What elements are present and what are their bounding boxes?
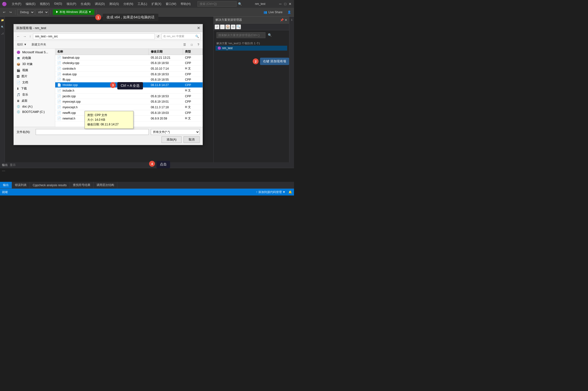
tab-find-symbol[interactable]: 查找符号结果 <box>70 182 94 189</box>
menu-extensions[interactable]: 扩展(X) <box>150 1 163 7</box>
debug-config-dropdown[interactable]: Debug <box>17 9 34 15</box>
status-text: 就绪 <box>2 190 8 194</box>
menu-tools[interactable]: 工具(L) <box>136 1 149 7</box>
toolbar-undo[interactable]: ↩ <box>1 10 7 14</box>
arch-dropdown[interactable]: x64 <box>35 9 49 15</box>
dialog-toolbar: 组织 ▼ 新建文件夹 ☰ □ ? <box>14 41 202 49</box>
search-input[interactable] <box>197 1 237 6</box>
sidebar-item-pc[interactable]: 💻 此电脑 <box>14 55 55 61</box>
sidebar-item-video[interactable]: 🎬 视频 <box>14 67 55 73</box>
sidebar-item-desktop[interactable]: 🖥 桌面 <box>14 98 55 104</box>
cpp-file-icon: 📄 <box>57 94 61 98</box>
close-panel-button[interactable]: ✕ <box>285 18 287 22</box>
toolbar-redo[interactable]: ↪ <box>8 10 13 14</box>
toolbar-sep2 <box>51 10 51 15</box>
settings-button[interactable]: ⚙ <box>231 24 236 29</box>
sidebar-item-doc-drive[interactable]: 💿 doc (A:) <box>14 104 55 109</box>
menu-window[interactable]: 窗口(W) <box>164 1 178 7</box>
help-button[interactable]: ? <box>196 43 201 47</box>
menu-help[interactable]: 帮助(H) <box>179 1 193 7</box>
tooltip-date: 修改日期: 08.11.8 14:27 <box>87 122 131 127</box>
back-button[interactable]: ← <box>220 24 225 29</box>
dialog-title: 添加现有项 - nm_test <box>16 26 46 30</box>
nav-up-button[interactable]: ↑ <box>28 34 32 39</box>
toolbar-profile[interactable]: 👤 <box>286 10 293 14</box>
search-solution-input[interactable] <box>216 32 265 38</box>
dialog-close-button[interactable]: ✕ <box>197 26 200 30</box>
menu-test[interactable]: 测试(S) <box>107 1 121 7</box>
menu-build[interactable]: 生成(B) <box>79 1 92 7</box>
menu-edit[interactable]: 编辑(E) <box>24 1 37 7</box>
h-file-icon: 📄 <box>57 89 61 92</box>
search-icon: 🔍 <box>238 2 242 6</box>
cancel-button[interactable]: 取消 <box>184 136 200 143</box>
menu-bar: 文件(F) 编辑(E) 视图(V) Git(G) 项目(P) 生成(B) 调试(… <box>10 1 193 7</box>
minimize-button[interactable]: ─ <box>278 2 282 6</box>
menu-view[interactable]: 视图(V) <box>38 1 52 7</box>
output-content: —— <box>0 168 294 173</box>
toolbar-sep1 <box>15 10 15 15</box>
close-button[interactable]: ✕ <box>288 2 292 6</box>
new-folder-button[interactable]: 新建文件夹 <box>30 42 48 47</box>
annotation-bubble-1: 改成 x64，如果是64位电脑的话 <box>103 14 158 21</box>
table-row[interactable]: 📄controlw.h 05.10.10 7:14 H 文 <box>55 66 202 72</box>
add-button[interactable]: 添加(A) <box>162 136 182 143</box>
preview-button[interactable]: □ <box>190 43 194 47</box>
sidebar-search[interactable]: 🔍 <box>0 24 4 29</box>
notifications-icon[interactable]: 🔔 <box>288 190 292 194</box>
rs-icon-1[interactable]: ℹ <box>290 18 293 22</box>
sidebar-item-pictures[interactable]: 🖼 图片 <box>14 73 55 79</box>
filter-button[interactable]: 🔍 <box>236 24 241 29</box>
menu-file[interactable]: 文件(F) <box>10 1 23 7</box>
menu-git[interactable]: Git(G) <box>52 1 64 7</box>
sidebar-item-docs[interactable]: 📄 文档 <box>14 79 55 86</box>
table-row[interactable]: 📄jacobi.cpp 05.8.19 18:53 CPP <box>55 94 202 99</box>
filename-input[interactable] <box>36 129 149 135</box>
sidebar-item-3d[interactable]: 📦 3D 对象 <box>14 61 55 67</box>
nav-forward-button[interactable]: → <box>22 34 27 39</box>
nav-back-button[interactable]: ← <box>16 34 21 39</box>
table-row[interactable]: 📄myexcept.cpp 05.8.19 19:01 CPP <box>55 99 202 104</box>
col-date: 修改日期 <box>149 49 183 55</box>
solution-project-item[interactable]: 🟣 nm_test <box>215 46 287 51</box>
home-button[interactable]: 🏠 <box>225 24 230 29</box>
table-row[interactable]: 📄fft.cpp 05.8.19 18:55 CPP <box>55 77 202 82</box>
nav-refresh-button[interactable]: ↺ <box>156 34 161 39</box>
table-row[interactable]: 📄cholesky.cpp 05.8.19 18:50 CPP <box>55 60 202 66</box>
solution-title: 解决方案 'nm_test'(1 个项目/共 1 个) <box>215 41 287 46</box>
tab-errors[interactable]: 错误列表 <box>12 182 30 189</box>
sidebar-explorer[interactable]: 📁 <box>0 18 4 22</box>
sidebar-item-bootcamp[interactable]: 💿 BOOTCAMP (C:) <box>14 109 55 115</box>
table-row[interactable]: 📄bandmat.cpp 05.10.21 13:21 CPP <box>55 55 202 60</box>
solution-explorer-header: 解决方案资源管理器 📌 ✕ <box>214 17 289 23</box>
run-debugger-button[interactable]: ▶ 本地 Windows 调试器 ▼ <box>53 9 94 15</box>
tab-call-hierarchy[interactable]: 调用层次结构 <box>94 182 117 189</box>
sidebar-item-music[interactable]: 🎵 音乐 <box>14 92 55 98</box>
pin-icon[interactable]: 📌 <box>280 18 284 22</box>
annotation-bubble-2: 右键 添加现有项 <box>260 58 289 65</box>
docs-icon: 📄 <box>17 81 20 84</box>
maximize-button[interactable]: □ <box>283 2 287 6</box>
table-row[interactable]: 📄myexcept.h 08.11.3 17:18 H 文 <box>55 104 202 110</box>
dialog-nav: ← → ↑ nm_test › nm_src ↺ 在 nm_src 中搜索 🔍 <box>14 32 202 41</box>
sidebar-git[interactable]: ⎇ <box>0 31 4 36</box>
dialog-search-box: 在 nm_src 中搜索 🔍 <box>162 33 201 39</box>
filename-row: 文件名(N): 所有文件(*.*) <box>17 129 200 135</box>
tab-cppcheck[interactable]: Cppcheck analysis results <box>30 182 70 189</box>
dialog-search-icon: 🔍 <box>195 35 199 38</box>
tab-output[interactable]: 输出 <box>0 182 12 189</box>
menu-debug[interactable]: 调试(D) <box>93 1 107 7</box>
filetype-select[interactable]: 所有文件(*.*) <box>151 129 200 135</box>
menu-analyze[interactable]: 分析(N) <box>121 1 135 7</box>
live-share-button[interactable]: 👥 Live Share <box>261 10 285 14</box>
menu-project[interactable]: 项目(P) <box>65 1 78 7</box>
bootcamp-icon: 💿 <box>17 110 20 114</box>
table-row[interactable]: 📄evalue.cpp 05.8.19 18:53 CPP <box>55 72 202 77</box>
view-button[interactable]: ☰ <box>182 43 188 47</box>
downloads-icon: ⬇ <box>17 87 19 91</box>
sidebar-item-vs[interactable]: 🟣 Microsoft Visual S... <box>14 50 55 55</box>
sync-button[interactable]: ↺ <box>214 24 219 29</box>
organize-button[interactable]: 组织 ▼ <box>16 42 28 47</box>
add-to-vcs-button[interactable]: ↑ 添加到源代码管理 ▼ <box>256 190 286 194</box>
sidebar-item-downloads[interactable]: ⬇ 下载 <box>14 86 55 92</box>
